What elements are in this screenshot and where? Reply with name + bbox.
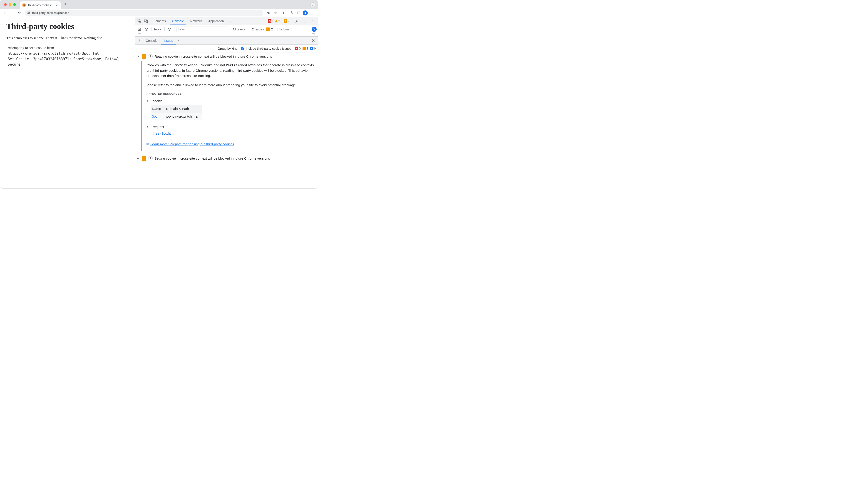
svg-point-12	[305, 12, 306, 13]
tab-network[interactable]: Network	[187, 17, 205, 25]
affected-heading: AFFECTED RESOURCES	[146, 92, 315, 96]
url-text: third-party-cookies.glitch.me	[32, 11, 69, 15]
svg-rect-15	[146, 20, 148, 23]
issue-row[interactable]: ▶ ! 1 Setting cookie in cross-site conte…	[135, 155, 318, 163]
cookie-domain: x-origin-src.glitch.me/	[165, 113, 202, 120]
zoom-icon[interactable]	[266, 10, 272, 16]
settings-icon[interactable]	[294, 19, 300, 23]
favicon-icon: 🍪	[22, 3, 26, 7]
breaking-change-icon: !	[142, 156, 146, 161]
issue-row[interactable]: ▼ ! 1 Reading cookie in cross-site conte…	[135, 52, 318, 60]
inspect-icon[interactable]	[136, 17, 143, 25]
console-settings-row	[135, 33, 318, 37]
issues-filter-bar: Group by kind Include third-party cookie…	[135, 45, 318, 52]
cookie-disclosure[interactable]: ▼1 cookie	[146, 98, 315, 104]
chrome-menu-icon[interactable]: ⋮	[309, 10, 315, 16]
omnibox[interactable]: third-party-cookies.glitch.me	[25, 10, 263, 16]
browser-tab[interactable]: 🍪 Third-party cookies ×	[20, 1, 61, 9]
new-tab-button[interactable]: +	[62, 1, 69, 8]
issue-title: Reading cookie in cross-site context wil…	[155, 54, 272, 58]
svg-rect-2	[28, 13, 29, 14]
devtools-tabs: Elements Console Network Application » ✕…	[135, 17, 318, 25]
request-disclosure[interactable]: ▼1 request	[146, 124, 315, 129]
more-tabs-icon[interactable]: »	[227, 17, 234, 25]
toolbar-right: ☆ ⋮	[266, 10, 316, 16]
warn-count[interactable]: !2	[302, 47, 308, 50]
drawer-tab-issues[interactable]: Issues	[161, 37, 176, 44]
reload-button[interactable]: ⟳	[16, 10, 23, 16]
request-link[interactable]: ⇅ set-3pc.html	[151, 131, 315, 136]
drawer-tab-console[interactable]: Console	[143, 37, 161, 44]
issues-counter[interactable]: 2 Issues: !2	[252, 28, 273, 31]
svg-rect-17	[276, 22, 276, 22]
bookmark-icon[interactable]: ☆	[272, 10, 279, 16]
disclosure-icon[interactable]: ▼	[137, 54, 140, 58]
warning-badge[interactable]: 2	[275, 19, 280, 23]
issues-badge[interactable]: !2	[284, 19, 289, 23]
filter-input[interactable]	[176, 26, 227, 32]
tab-search-button[interactable]: ⌄	[310, 2, 315, 7]
svg-rect-3	[29, 13, 30, 14]
issue-description-2: Please refer to the article linked to le…	[146, 83, 315, 88]
tab-elements[interactable]: Elements	[149, 17, 169, 25]
info-count[interactable]: 0	[310, 47, 316, 50]
cookie-log: Attempting to set a cookie from https://…	[6, 45, 128, 67]
log-line: Attempting to set a cookie from	[8, 45, 128, 51]
clear-console-icon[interactable]	[144, 26, 149, 32]
svg-point-23	[169, 29, 170, 30]
breaking-change-icon: !	[142, 54, 146, 59]
page-content: Third-party cookies This demo tries to s…	[0, 17, 135, 188]
tab-console[interactable]: Console	[169, 17, 187, 25]
back-button[interactable]: ←	[2, 10, 8, 16]
page-title: Third-party cookies	[6, 22, 128, 31]
sidebar-toggle-icon[interactable]	[136, 26, 142, 32]
tab-application[interactable]: Application	[205, 17, 227, 25]
learn-more-link[interactable]: Learn more: Prepare for phasing out thir…	[151, 141, 234, 147]
group-by-kind-checkbox[interactable]: Group by kind	[213, 47, 237, 50]
intro-text: This demo tries to set one. That's it. T…	[6, 36, 128, 41]
log-url: https://x-origin-src.glitch.me/set-3pc.h…	[8, 51, 128, 56]
avatar-icon	[303, 11, 308, 15]
th-name: Name	[151, 105, 165, 112]
svg-line-22	[146, 29, 147, 30]
tab-strip: 🍪 Third-party cookies × + ⌄	[0, 0, 318, 9]
svg-rect-19	[138, 28, 141, 31]
cookie-name-link[interactable]: 3pc	[152, 114, 157, 118]
live-expression-icon[interactable]	[166, 26, 172, 32]
issue-count-pill: 1	[148, 156, 153, 160]
devtools-panel: Elements Console Network Application » ✕…	[135, 17, 318, 188]
disclosure-icon[interactable]: ▶	[137, 156, 140, 160]
site-settings-icon[interactable]	[27, 11, 31, 15]
console-settings-icon[interactable]	[312, 27, 317, 32]
error-count[interactable]: ✕0	[295, 47, 300, 50]
hidden-count[interactable]: 3 hidden	[277, 28, 289, 31]
close-issues-tab-icon[interactable]: ×	[176, 37, 180, 44]
context-selector[interactable]: top ▼	[153, 28, 163, 31]
include-3p-checkbox[interactable]: Include third-party cookie issues	[241, 47, 291, 50]
issue-title: Setting cookie in cross-site context wil…	[155, 156, 270, 160]
close-tab-icon[interactable]: ×	[55, 3, 58, 7]
svg-rect-16	[276, 21, 276, 22]
close-drawer-icon[interactable]: ✕	[309, 37, 317, 44]
profile-button[interactable]	[302, 10, 308, 16]
devtools-menu-icon[interactable]: ⋮	[301, 19, 308, 23]
minimize-window[interactable]	[8, 3, 11, 6]
drawer-menu-icon[interactable]: ⋮	[136, 37, 143, 44]
error-badge[interactable]: ✕1	[268, 19, 273, 23]
maximize-window[interactable]	[13, 3, 16, 6]
external-link-icon: ⧉	[146, 142, 149, 147]
svg-rect-1	[29, 12, 30, 12]
svg-rect-10	[297, 12, 300, 14]
forward-button[interactable]: →	[9, 10, 15, 16]
issue-description: Cookies with the SameSite=None; Secure a…	[146, 62, 315, 78]
cookie-table: NameDomain & Path 3pcx-origin-src.glitch…	[151, 105, 202, 120]
side-panel-icon[interactable]	[295, 10, 302, 16]
levels-selector[interactable]: All levels▼	[232, 28, 248, 31]
close-window[interactable]	[4, 3, 7, 6]
extensions-icon[interactable]	[279, 10, 285, 16]
request-icon: ⇅	[151, 132, 154, 135]
labs-icon[interactable]	[288, 10, 295, 16]
address-bar: ← → ⟳ third-party-cookies.glitch.me ☆ ⋮	[0, 9, 318, 17]
close-devtools-icon[interactable]: ✕	[309, 19, 316, 23]
device-toggle-icon[interactable]	[143, 17, 149, 25]
